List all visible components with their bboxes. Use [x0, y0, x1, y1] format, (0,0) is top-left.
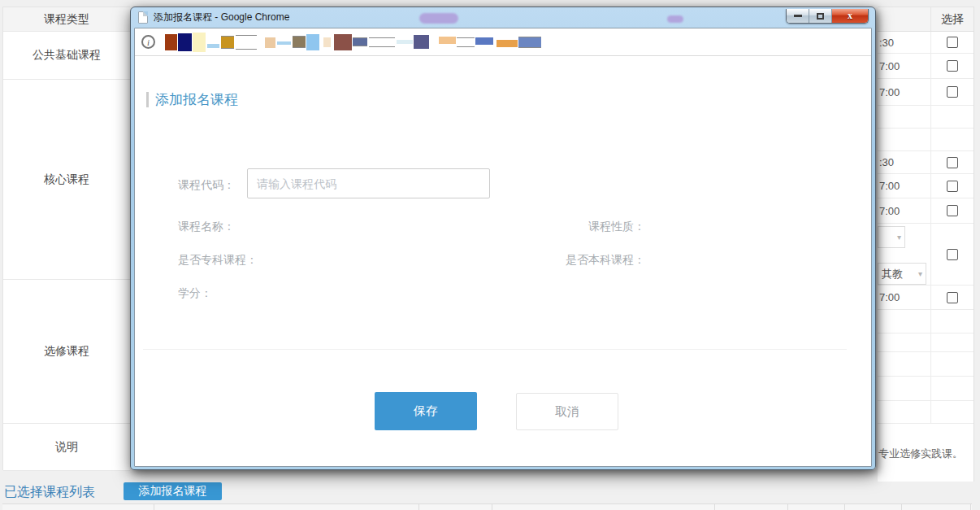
session-time-cell [878, 106, 931, 128]
session-time-text: 7:00 [879, 205, 900, 217]
bottom-table-cell [845, 504, 902, 510]
redacted-url-block [306, 34, 319, 50]
redacted-url-block [353, 37, 367, 46]
table-row: :30 [878, 32, 973, 54]
select-cell [931, 129, 973, 150]
redacted-url-block [369, 37, 395, 47]
table-row: 7:00 [878, 79, 973, 106]
select-column-header: 选择 [931, 7, 973, 31]
select-cell [931, 352, 973, 376]
session-time-text: :30 [879, 156, 894, 168]
window-titlebar[interactable]: 添加报名课程 - Google Chrome x [131, 7, 875, 28]
redacted-url-block [457, 37, 475, 47]
course-nature-label: 课程性质： [588, 220, 645, 234]
redacted-url-block [334, 34, 352, 50]
select-cell [931, 401, 973, 423]
redacted-url-block [165, 34, 177, 50]
is-junior-college-label: 是否专科课程： [178, 253, 258, 268]
course-note-text: 专业选修实践课。 [878, 424, 973, 482]
redacted-url-block [236, 35, 257, 50]
bottom-table-cell [419, 504, 492, 510]
table-row [878, 352, 973, 377]
browser-toolbar: i [135, 28, 871, 56]
page-info-icon[interactable]: i [141, 35, 155, 49]
session-time-cell [878, 377, 931, 400]
row-checkbox[interactable] [947, 60, 958, 72]
course-type-cell: 说明 [3, 424, 130, 471]
course-type-table: 课程类型 公共基础课程 核心课程 选修课程 说明 [2, 7, 130, 470]
bottom-table-cell [492, 504, 715, 510]
session-time-cell: 7:00 [878, 174, 931, 198]
course-code-input[interactable] [247, 168, 490, 198]
browser-window-body: i 添加报名课程 课程代码： 课程名称： 课程性质： 是否专科课程： 是否本科课… [134, 28, 872, 467]
row-checkbox[interactable] [947, 181, 958, 192]
redacted-url-block [497, 40, 518, 47]
selected-course-list-title: 已选择课程列表 [4, 484, 95, 501]
close-button[interactable]: x [832, 9, 868, 23]
add-course-button[interactable]: 添加报名课程 [124, 482, 222, 500]
session-time-cell [878, 310, 931, 333]
form-separator [143, 349, 847, 350]
redacted-url-block [397, 40, 413, 44]
select-cell [931, 54, 973, 78]
course-type-cell: 选修课程 [3, 280, 130, 424]
table-row [878, 310, 973, 333]
table-row [878, 106, 973, 129]
course-mini-select[interactable]: ▾ [878, 226, 905, 248]
bottom-table-cell [715, 504, 788, 510]
course-mini-select[interactable]: 其教▾ [878, 263, 926, 285]
table-row [878, 377, 973, 401]
selected-course-table-header [2, 503, 972, 510]
window-controls: x [786, 9, 869, 24]
mini-select-value: 其教 [882, 267, 903, 281]
redacted-url-block [414, 35, 429, 49]
course-type-cell: 公共基础课程 [3, 32, 130, 80]
save-button[interactable]: 保存 [375, 392, 477, 430]
select-cell [931, 32, 973, 53]
redacted-url-block [323, 37, 331, 47]
session-time-cell: :30 [878, 151, 931, 173]
chrome-popup-window: 添加报名课程 - Google Chrome x i 添加报名课程 课程代码： … [130, 7, 876, 470]
table-row: :30 [878, 151, 973, 174]
chevron-down-icon: ▾ [897, 233, 901, 242]
select-cell [931, 151, 973, 173]
bottom-table-cell [2, 504, 154, 510]
course-name-label: 课程名称： [178, 220, 235, 234]
form-heading-text: 添加报名课程 [155, 90, 238, 109]
cancel-button[interactable]: 取消 [516, 393, 618, 430]
table-row: 7:00 [878, 286, 973, 310]
session-time-cell: 7:00 [878, 54, 931, 78]
table-row [878, 401, 973, 424]
bottom-table-cell [154, 504, 419, 510]
credits-label: 学分： [178, 286, 212, 301]
select-cell [931, 79, 973, 105]
minimize-icon [794, 15, 802, 17]
redacted-blob [419, 13, 458, 24]
session-time-cell [878, 352, 931, 376]
table-header-row: 选择 [878, 7, 973, 32]
row-checkbox[interactable] [947, 249, 958, 260]
select-cell [931, 333, 973, 351]
select-cell [931, 198, 973, 223]
chevron-down-icon: ▾ [918, 269, 922, 278]
redacted-url-block [207, 44, 219, 48]
session-time-text: 7:00 [879, 291, 900, 303]
session-time-cell: 7:00 [878, 286, 931, 309]
minimize-button[interactable] [787, 9, 809, 23]
bottom-table-cell [788, 504, 845, 510]
course-select-table: 选择 :307:007:00:307:007:00▾其教▾7:00 专业选修实践… [878, 7, 974, 482]
row-checkbox[interactable] [947, 86, 958, 98]
row-checkbox[interactable] [947, 157, 958, 168]
maximize-button[interactable] [809, 9, 832, 23]
row-checkbox[interactable] [947, 37, 958, 48]
row-checkbox[interactable] [947, 292, 958, 303]
redacted-url-block [293, 36, 306, 48]
select-cell [931, 286, 973, 309]
heading-bar [146, 92, 149, 107]
select-cell [931, 310, 973, 333]
table-row: ▾其教▾ [878, 224, 973, 286]
redacted-url-block [518, 37, 541, 48]
row-checkbox[interactable] [947, 205, 958, 216]
session-time-cell: 7:00 [878, 79, 931, 105]
session-time-cell [878, 129, 931, 150]
